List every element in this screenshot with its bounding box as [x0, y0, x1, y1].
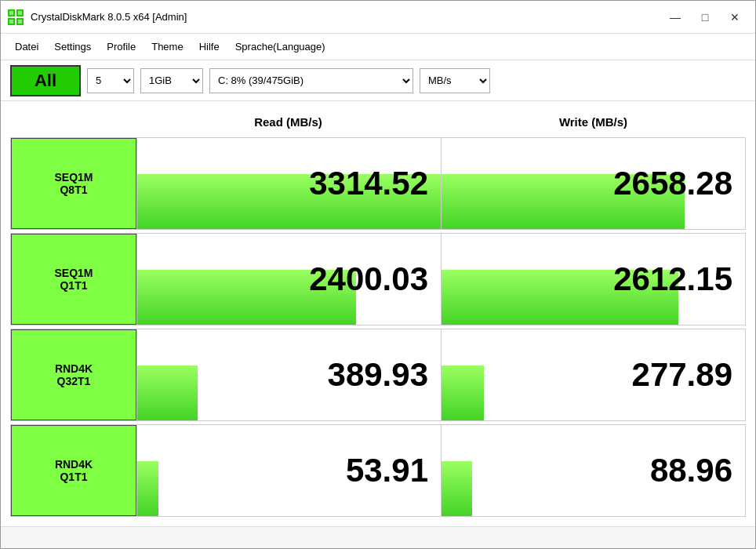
maximize-button[interactable]: □: [691, 6, 719, 28]
write-value-rnd4k-q32t1: 277.89: [632, 356, 732, 394]
svg-rect-4: [9, 11, 13, 15]
read-rnd4k-q1t1: 53.91: [137, 425, 441, 516]
drive-select[interactable]: C: 8% (39/475GiB): [209, 68, 413, 93]
row-seq1m-q1t1: SEQ1M Q1T1 2400.03 2612.15: [10, 233, 746, 325]
window-title: CrystalDiskMark 8.0.5 x64 [Admin]: [31, 11, 661, 23]
read-value-seq1m-q1t1: 2400.03: [309, 260, 428, 298]
benchmark-area: Read (MB/s) Write (MB/s) SEQ1M Q8T1 3314…: [1, 101, 755, 526]
app-window: CrystalDiskMark 8.0.5 x64 [Admin] — □ ✕ …: [0, 0, 756, 549]
label-seq1m-q1t1[interactable]: SEQ1M Q1T1: [11, 234, 136, 325]
menu-sprache[interactable]: Sprache(Language): [227, 36, 333, 57]
read-bar-rnd4k-q32t1: [137, 365, 198, 420]
read-seq1m-q8t1: 3314.52: [137, 138, 441, 229]
menu-datei[interactable]: Datei: [7, 36, 46, 57]
window-controls: — □ ✕: [661, 6, 749, 28]
read-rnd4k-q32t1: 389.93: [137, 329, 441, 420]
read-bar-rnd4k-q1t1: [137, 461, 158, 516]
write-seq1m-q1t1: 2612.15: [442, 234, 745, 325]
label-rnd4k-q32t1[interactable]: RND4K Q32T1: [11, 329, 136, 420]
read-value-rnd4k-q1t1: 53.91: [346, 452, 428, 489]
svg-rect-5: [18, 11, 22, 15]
write-rnd4k-q1t1: 88.96: [442, 425, 745, 516]
all-button[interactable]: All: [10, 65, 81, 96]
svg-rect-7: [18, 20, 22, 24]
size-select[interactable]: 1GiB: [140, 68, 203, 93]
svg-rect-6: [9, 20, 13, 24]
write-value-seq1m-q8t1: 2658.28: [613, 165, 732, 202]
status-bar: [1, 526, 755, 548]
write-rnd4k-q32t1: 277.89: [442, 329, 745, 420]
row-rnd4k-q32t1: RND4K Q32T1 389.93 277.89: [10, 329, 746, 421]
read-value-seq1m-q8t1: 3314.52: [309, 165, 428, 202]
menu-settings[interactable]: Settings: [46, 36, 99, 57]
write-bar-rnd4k-q32t1: [442, 365, 484, 420]
write-value-seq1m-q1t1: 2612.15: [613, 260, 732, 298]
count-select[interactable]: 5: [87, 68, 134, 93]
read-seq1m-q1t1: 2400.03: [137, 234, 441, 325]
close-button[interactable]: ✕: [721, 6, 749, 28]
label-rnd4k-q1t1[interactable]: RND4K Q1T1: [11, 425, 136, 516]
app-icon: [7, 9, 24, 26]
read-value-rnd4k-q32t1: 389.93: [328, 356, 428, 394]
header-read: Read (MB/s): [136, 115, 441, 129]
menu-theme[interactable]: Theme: [144, 36, 191, 57]
row-seq1m-q8t1: SEQ1M Q8T1 3314.52 2658.28: [10, 137, 746, 230]
title-bar: CrystalDiskMark 8.0.5 x64 [Admin] — □ ✕: [1, 1, 755, 34]
menu-profile[interactable]: Profile: [99, 36, 144, 57]
write-bar-rnd4k-q1t1: [442, 461, 472, 516]
toolbar: All 5 1GiB C: 8% (39/475GiB) MB/s: [1, 60, 755, 101]
menu-hilfe[interactable]: Hilfe: [191, 36, 227, 57]
menu-bar: Datei Settings Profile Theme Hilfe Sprac…: [1, 34, 755, 60]
write-value-rnd4k-q1t1: 88.96: [650, 452, 732, 489]
label-seq1m-q8t1[interactable]: SEQ1M Q8T1: [11, 138, 136, 229]
header-write: Write (MB/s): [441, 115, 746, 129]
write-seq1m-q8t1: 2658.28: [442, 138, 745, 229]
minimize-button[interactable]: —: [661, 6, 689, 28]
column-headers: Read (MB/s) Write (MB/s): [10, 109, 746, 134]
unit-select[interactable]: MB/s: [420, 68, 490, 93]
row-rnd4k-q1t1: RND4K Q1T1 53.91 88.96: [10, 424, 746, 517]
